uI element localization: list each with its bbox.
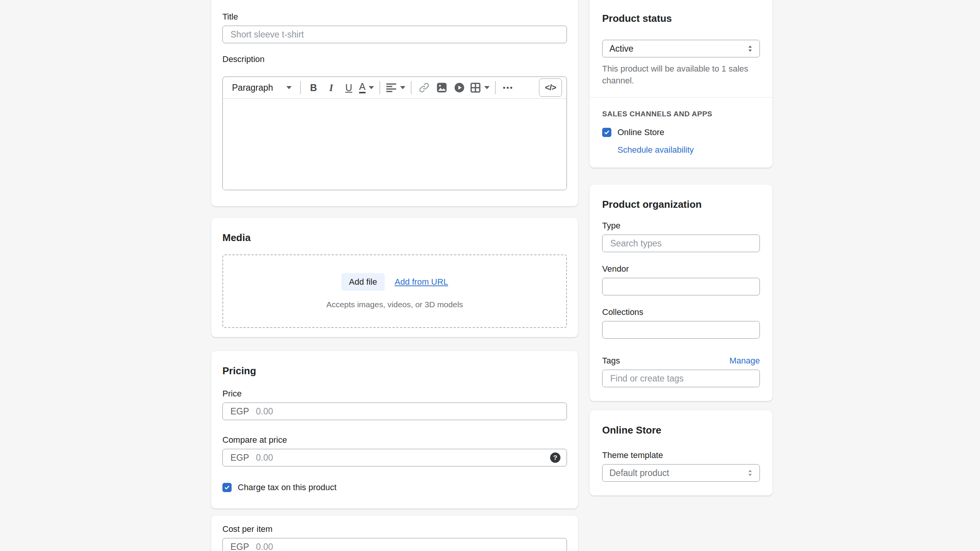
product-edit-page: Title Description Paragraph B I: [0, 0, 980, 551]
manage-tags-link[interactable]: Manage: [729, 356, 760, 366]
online-store-heading: Online Store: [602, 424, 760, 436]
alignment-button[interactable]: [384, 79, 407, 96]
online-store-row: Online Store: [602, 127, 760, 137]
paragraph-style-dropdown[interactable]: Paragraph: [227, 79, 296, 96]
product-organization-heading: Product organization: [602, 198, 760, 210]
toolbar-divider: [300, 81, 301, 94]
product-details-card: Title Description Paragraph B I: [211, 0, 578, 206]
cost-per-item-input[interactable]: [256, 542, 559, 551]
more-dots-icon: •••: [503, 84, 514, 92]
product-status-value: Active: [609, 44, 634, 54]
select-updown-icon: [747, 468, 753, 478]
media-card: Media Add file Add from URL Accepts imag…: [211, 218, 578, 337]
main-column: Title Description Paragraph B I: [211, 0, 578, 551]
theme-template-value: Default product: [609, 468, 669, 478]
vendor-group: Vendor: [602, 264, 760, 295]
title-label: Title: [222, 11, 567, 22]
product-status-card: Product status Active This product will …: [590, 0, 773, 168]
currency-prefix: EGP: [230, 453, 249, 463]
text-color-button[interactable]: A: [358, 79, 376, 96]
theme-template-select[interactable]: Default product: [602, 464, 760, 482]
type-group: Type: [602, 220, 760, 252]
type-input[interactable]: [602, 235, 760, 252]
chevron-down-icon: [400, 86, 405, 89]
schedule-availability-link[interactable]: Schedule availability: [617, 145, 694, 155]
more-options-button[interactable]: •••: [500, 79, 517, 96]
tags-label: Tags: [602, 355, 620, 366]
product-status-select[interactable]: Active: [602, 40, 760, 57]
product-status-heading: Product status: [602, 12, 760, 24]
insert-video-button[interactable]: [451, 79, 468, 96]
pricing-card: Pricing Price EGP Compare at price EGP ?…: [211, 351, 578, 509]
video-icon: [454, 82, 465, 93]
table-icon: [470, 82, 481, 93]
compare-at-price-label: Compare at price: [222, 435, 567, 445]
add-file-button[interactable]: Add file: [341, 273, 385, 291]
paragraph-style-label: Paragraph: [232, 83, 273, 93]
insert-image-button[interactable]: [433, 79, 451, 96]
charge-tax-label: Charge tax on this product: [238, 483, 336, 492]
vendor-input[interactable]: [602, 278, 760, 295]
help-icon[interactable]: ?: [550, 453, 560, 463]
align-left-icon: [385, 82, 397, 93]
description-editor-body[interactable]: [223, 99, 567, 190]
text-color-icon: A: [359, 82, 366, 93]
link-icon: [418, 82, 430, 93]
image-icon: [436, 82, 448, 93]
price-input[interactable]: [256, 406, 559, 417]
italic-icon: I: [329, 83, 333, 93]
compare-at-price-input[interactable]: [256, 453, 559, 463]
cost-per-item-label: Cost per item: [222, 524, 567, 534]
add-from-url-link[interactable]: Add from URL: [395, 277, 448, 287]
product-organization-card: Product organization Type Vendor Collect…: [590, 184, 773, 401]
currency-prefix: EGP: [230, 406, 249, 417]
online-store-checkbox[interactable]: [602, 128, 611, 137]
cost-per-item-card: Cost per item EGP: [211, 515, 578, 551]
cost-per-item-field: EGP: [222, 538, 567, 551]
chevron-down-icon: [484, 86, 490, 89]
description-label: Description: [222, 54, 567, 64]
type-label: Type: [602, 220, 760, 231]
toolbar-divider: [411, 81, 412, 94]
online-store-label: Online Store: [617, 127, 664, 137]
description-editor: Paragraph B I U A: [222, 77, 567, 190]
vendor-label: Vendor: [602, 264, 760, 274]
collections-label: Collections: [602, 307, 760, 317]
underline-icon: U: [345, 83, 352, 93]
editor-toolbar: Paragraph B I U A: [223, 77, 567, 99]
code-icon: </>: [545, 83, 556, 93]
checkmark-icon: [604, 129, 610, 135]
sales-channels-caption: SALES CHANNELS AND APPS: [602, 110, 760, 118]
sales-channels-section: SALES CHANNELS AND APPS Online Store Sch…: [602, 98, 760, 155]
pricing-heading: Pricing: [222, 365, 567, 377]
media-dropzone[interactable]: Add file Add from URL Accepts images, vi…: [222, 254, 567, 328]
price-label: Price: [222, 388, 567, 399]
italic-button[interactable]: I: [322, 79, 340, 96]
price-field: EGP: [222, 403, 567, 420]
charge-tax-checkbox[interactable]: [222, 483, 232, 492]
toolbar-divider: [379, 81, 380, 94]
insert-table-button[interactable]: [468, 79, 491, 96]
bold-button[interactable]: B: [305, 79, 322, 96]
sidebar-column: Product status Active This product will …: [590, 0, 773, 496]
insert-link-button[interactable]: [415, 79, 433, 96]
title-input[interactable]: [222, 26, 567, 43]
online-store-card: Online Store Theme template Default prod…: [590, 410, 773, 496]
charge-tax-row: Charge tax on this product: [222, 483, 567, 492]
select-updown-icon: [747, 44, 753, 53]
tags-input[interactable]: [602, 370, 760, 387]
tags-header: Tags Manage: [602, 355, 760, 366]
chevron-down-icon: [286, 86, 292, 89]
underline-button[interactable]: U: [340, 79, 358, 96]
compare-at-price-field: EGP ?: [222, 449, 567, 466]
collections-input[interactable]: [602, 321, 760, 339]
media-heading: Media: [222, 231, 567, 244]
show-html-button[interactable]: </>: [539, 78, 562, 97]
bold-icon: B: [310, 83, 317, 93]
chevron-down-icon: [369, 86, 374, 89]
toolbar-divider: [495, 81, 496, 94]
media-accepts-text: Accepts images, videos, or 3D models: [326, 300, 463, 309]
currency-prefix: EGP: [230, 542, 249, 551]
status-helper-text: This product will be available to 1 sale…: [602, 63, 760, 86]
collections-group: Collections: [602, 307, 760, 339]
